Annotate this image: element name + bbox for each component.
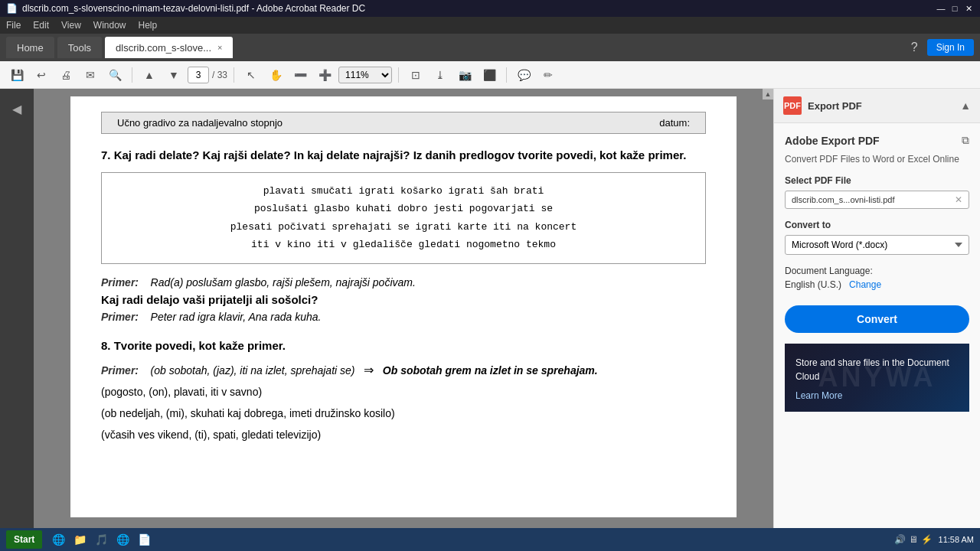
scroll-up-button[interactable]: ▲ bbox=[763, 89, 773, 99]
tab-tools[interactable]: Tools bbox=[57, 37, 102, 58]
doc-language-value: English (U.S.) Change bbox=[785, 279, 969, 290]
taskbar-app-browser[interactable]: 🌐 bbox=[113, 530, 132, 549]
page-number-input[interactable] bbox=[188, 67, 209, 83]
learn-more-link[interactable]: Learn More bbox=[795, 390, 842, 401]
pdf-line-3: (včasih ves vikend, (ti), spati, gledati… bbox=[101, 426, 706, 443]
file-clear-button[interactable]: ✕ bbox=[955, 194, 962, 205]
menu-view[interactable]: View bbox=[61, 20, 81, 31]
primer-1-text: Rad(a) poslušam glasbo, rajši plešem, na… bbox=[151, 276, 416, 289]
tab-home[interactable]: Home bbox=[6, 37, 54, 58]
toolbar-separator-4 bbox=[506, 67, 507, 83]
taskbar-app-acrobat[interactable]: 📄 bbox=[134, 530, 154, 549]
convert-to-label: Convert to bbox=[785, 220, 969, 230]
edit-button[interactable]: ✏ bbox=[537, 64, 559, 86]
taskbar-system-icons: 🔊 🖥 ⚡ bbox=[894, 534, 933, 545]
volume-icon[interactable]: 🔊 bbox=[894, 534, 906, 545]
close-button[interactable]: ✕ bbox=[963, 3, 974, 14]
help-icon[interactable]: ? bbox=[911, 41, 918, 54]
taskbar: Start 🌐 📁 🎵 🌐 📄 🔊 🖥 ⚡ 11:58 AM bbox=[0, 528, 980, 551]
tab-bar: Home Tools dlscrib.com_s-slove... × ? Si… bbox=[0, 34, 980, 61]
hand-tool[interactable]: ✋ bbox=[265, 64, 286, 86]
tab-document[interactable]: dlscrib.com_s-slove... × bbox=[105, 37, 233, 58]
menu-edit[interactable]: Edit bbox=[33, 20, 49, 31]
tab-close-icon[interactable]: × bbox=[217, 43, 222, 52]
adobe-export-header: Adobe Export PDF ⧉ bbox=[785, 134, 969, 147]
scroll-tool[interactable]: ⤓ bbox=[430, 64, 451, 86]
snapshot-tool[interactable]: 📷 bbox=[454, 64, 475, 86]
touch-tool[interactable]: ⬛ bbox=[479, 64, 500, 86]
taskbar-app-media[interactable]: 🎵 bbox=[91, 530, 111, 549]
zoom-in-button[interactable]: ➕ bbox=[314, 64, 335, 86]
search-button[interactable]: 🔍 bbox=[104, 64, 126, 86]
menu-file[interactable]: File bbox=[6, 20, 21, 31]
sign-in-button[interactable]: Sign In bbox=[927, 39, 974, 56]
zoom-out-button[interactable]: ➖ bbox=[289, 64, 311, 86]
zoom-select[interactable]: 111% bbox=[338, 67, 392, 83]
primer-2: Primer: Peter rad igra klavir, Ana rada … bbox=[101, 311, 706, 323]
print-button[interactable]: 🖨 bbox=[55, 64, 77, 86]
pdf-viewer[interactable]: ▲ ▼ Učno gradivo za nadaljevalno stopnjo… bbox=[34, 89, 773, 551]
export-panel-header: PDF Export PDF ▲ bbox=[774, 89, 980, 123]
minimize-button[interactable]: — bbox=[936, 3, 946, 14]
expand-left-button[interactable]: ◀ bbox=[3, 95, 31, 122]
next-page-button[interactable]: ▼ bbox=[163, 64, 185, 86]
select-pdf-label: Select PDF File bbox=[785, 175, 969, 186]
panel-toggle-button[interactable]: ▲ bbox=[960, 99, 971, 112]
page-total: / 33 bbox=[212, 70, 227, 80]
convert-to-select[interactable]: Microsoft Word (*.docx) Microsoft Excel … bbox=[785, 235, 969, 255]
start-button[interactable]: Start bbox=[6, 530, 42, 549]
power-icon[interactable]: ⚡ bbox=[921, 534, 933, 545]
word-row-2: poslušati glasbo kuhati dobro jesti pogo… bbox=[117, 200, 690, 217]
title-text: dlscrib.com_s-slovenscino-nimam-tezav-de… bbox=[22, 3, 365, 14]
taskbar-app-folder[interactable]: 📁 bbox=[70, 530, 90, 549]
change-language-link[interactable]: Change bbox=[849, 279, 881, 290]
toolbar-separator-2 bbox=[234, 67, 234, 83]
word-row-3: plesati počivati sprehajati se igrati ka… bbox=[117, 218, 690, 236]
right-sidebar: PDF Export PDF ▲ Adobe Export PDF ⧉ Conv… bbox=[773, 89, 980, 551]
pdf-subheading: Kaj radi delajo vaši prijatelji ali sošo… bbox=[101, 293, 706, 306]
email-button[interactable]: ✉ bbox=[80, 64, 101, 86]
primer-3-result: Ob sobotah grem na izlet in se sprehajam… bbox=[383, 364, 598, 377]
copy-icon[interactable]: ⧉ bbox=[962, 134, 969, 147]
adobe-export-desc: Convert PDF Files to Word or Excel Onlin… bbox=[785, 153, 969, 166]
taskbar-apps: 🌐 📁 🎵 🌐 📄 bbox=[48, 530, 154, 549]
toolbar-separator bbox=[132, 67, 132, 83]
word-row-4: iti v kino iti v gledališče gledati nogo… bbox=[117, 236, 690, 253]
pdf-line-2: (ob nedeljah, (mi), skuhati kaj dobrega,… bbox=[101, 405, 706, 422]
comment-button[interactable]: 💬 bbox=[513, 64, 534, 86]
doc-language-label: Document Language: bbox=[785, 266, 969, 276]
primer-3-label: Primer: bbox=[101, 364, 139, 377]
toolbar-separator-3 bbox=[398, 67, 399, 83]
convert-button[interactable]: Convert bbox=[785, 305, 969, 333]
network-icon[interactable]: 🖥 bbox=[909, 534, 918, 545]
toolbar: 💾 ↩ 🖨 ✉ 🔍 ▲ ▼ / 33 ↖ ✋ ➖ ➕ 111% ⊡ ⤓ 📷 ⬛ … bbox=[0, 61, 980, 89]
primer-1: Primer: Rad(a) poslušam glasbo, rajši pl… bbox=[101, 276, 706, 289]
taskbar-time: 11:58 AM bbox=[939, 535, 974, 544]
primer-3-text: (ob sobotah, (jaz), iti na izlet, spreha… bbox=[151, 364, 355, 377]
maximize-button[interactable]: □ bbox=[949, 3, 960, 14]
primer-2-label: Primer: bbox=[101, 311, 139, 323]
table-header-right: datum: bbox=[659, 117, 690, 129]
pdf-heading-7: 7. Kaj radi delate? Kaj rajši delate? In… bbox=[101, 146, 706, 165]
menu-help[interactable]: Help bbox=[139, 20, 158, 31]
export-pdf-icon: PDF bbox=[783, 96, 802, 115]
word-row-1: plavati smučati igrati košarko igrati ša… bbox=[117, 182, 690, 200]
menu-window[interactable]: Window bbox=[93, 20, 126, 31]
prev-page-button[interactable]: ▲ bbox=[139, 64, 160, 86]
cursor-tool[interactable]: ↖ bbox=[240, 64, 262, 86]
save-button[interactable]: 💾 bbox=[6, 64, 28, 86]
primer-2-text: Peter rad igra klavir, Ana rada kuha. bbox=[151, 311, 322, 323]
store-banner: ANYWA Store and share files in the Docum… bbox=[785, 344, 969, 412]
table-header-left: Učno gradivo za nadaljevalno stopnjo bbox=[117, 117, 283, 129]
menu-bar: File Edit View Window Help bbox=[0, 17, 980, 34]
pdf-content: Učno gradivo za nadaljevalno stopnjo dat… bbox=[70, 96, 737, 517]
export-panel-body: Adobe Export PDF ⧉ Convert PDF Files to … bbox=[774, 123, 980, 422]
taskbar-app-ie[interactable]: 🌐 bbox=[48, 530, 68, 549]
file-selector[interactable]: dlscrib.com_s...ovni-listi.pdf ✕ bbox=[785, 191, 969, 209]
select-tool[interactable]: ⊡ bbox=[405, 64, 426, 86]
undo-button[interactable]: ↩ bbox=[31, 64, 52, 86]
export-panel-label: Export PDF bbox=[808, 100, 862, 112]
pdf-word-box: plavati smučati igrati košarko igrati ša… bbox=[101, 172, 706, 264]
primer-1-label: Primer: bbox=[101, 276, 139, 289]
app-icon: 📄 bbox=[6, 3, 18, 14]
